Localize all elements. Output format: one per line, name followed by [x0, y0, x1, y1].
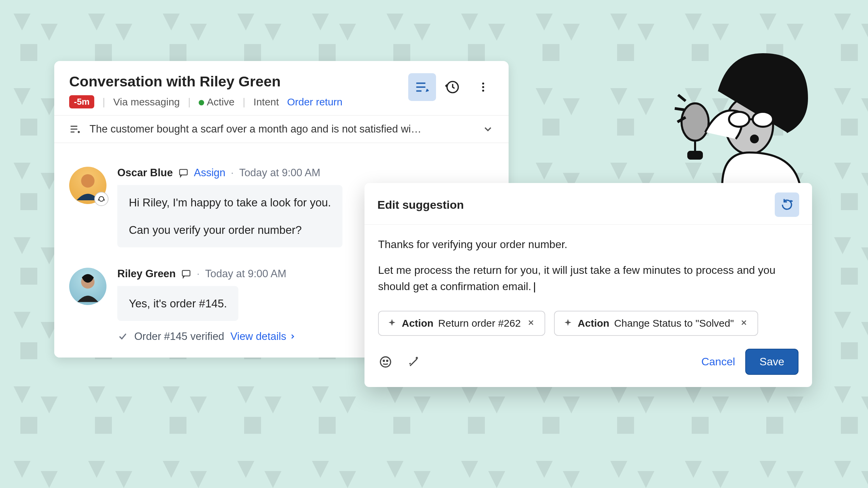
- message-timestamp: Today at 9:00 AM: [205, 268, 287, 280]
- action-pill-return-order[interactable]: Action Return order #262: [378, 311, 545, 336]
- svg-point-11: [682, 103, 709, 141]
- sparkle-icon: [387, 318, 397, 328]
- svg-point-19: [387, 360, 388, 361]
- status-indicator: Active: [199, 96, 235, 108]
- checkmark-icon: [117, 331, 128, 342]
- text-cursor: [534, 282, 535, 292]
- svg-point-15: [753, 112, 773, 127]
- svg-point-17: [380, 357, 391, 367]
- svg-point-2: [482, 86, 484, 88]
- sparkle-icon: [563, 318, 573, 328]
- emoji-picker-icon[interactable]: [378, 354, 393, 369]
- channel-messaging-icon: [178, 168, 189, 178]
- illustration-thinking-person: [617, 44, 837, 186]
- message-bubble: Yes, it's order #145.: [117, 286, 238, 321]
- save-button[interactable]: Save: [745, 349, 798, 375]
- svg-point-18: [383, 360, 384, 361]
- message-bubble: Hi Riley, I'm happy to take a look for y…: [117, 185, 342, 247]
- svg-rect-13: [688, 152, 702, 159]
- list-sparkle-icon: [69, 123, 81, 135]
- svg-point-6: [99, 197, 104, 201]
- svg-rect-9: [182, 270, 190, 276]
- cancel-button[interactable]: Cancel: [701, 355, 735, 368]
- avatar-customer: [69, 268, 106, 305]
- intent-label: Intent: [254, 96, 279, 108]
- history-icon[interactable]: [439, 73, 467, 101]
- svg-rect-7: [179, 169, 187, 175]
- edit-suggestion-panel: Edit suggestion Thanks for verifying you…: [364, 183, 812, 387]
- edit-panel-title: Edit suggestion: [377, 198, 464, 211]
- svg-point-5: [81, 174, 95, 188]
- chevron-down-icon: [482, 123, 494, 135]
- more-menu-icon[interactable]: [469, 73, 497, 101]
- action-pill-change-status[interactable]: Action Change Status to "Solved": [554, 311, 758, 336]
- channel-label: Via messaging: [113, 96, 180, 108]
- remove-action-icon[interactable]: [738, 318, 749, 329]
- regenerate-icon: [780, 198, 794, 211]
- channel-messaging-icon: [181, 269, 191, 279]
- magic-wand-icon[interactable]: [407, 354, 421, 369]
- summary-text: The customer bought a scarf over a month…: [90, 123, 473, 135]
- conversation-header: Conversation with Riley Green -5m | Via …: [54, 61, 509, 115]
- avatar-agent: [69, 167, 106, 204]
- svg-point-3: [482, 90, 484, 92]
- assign-link[interactable]: Assign: [194, 167, 225, 179]
- time-badge: -5m: [69, 95, 94, 108]
- view-details-link[interactable]: View details: [230, 330, 296, 343]
- svg-point-1: [482, 83, 484, 85]
- svg-point-16: [751, 136, 758, 142]
- svg-point-14: [729, 112, 749, 127]
- svg-point-4: [78, 131, 79, 133]
- remove-action-icon[interactable]: [526, 318, 536, 329]
- message-sender-name: Oscar Blue: [117, 167, 173, 179]
- verification-text: Order #145 verified: [134, 330, 224, 343]
- message-sender-name: Riley Green: [117, 268, 176, 280]
- edit-text-area[interactable]: Thanks for verifying your order number. …: [364, 225, 812, 311]
- message-timestamp: Today at 9:00 AM: [239, 167, 320, 179]
- summary-bar[interactable]: The customer bought a scarf over a month…: [54, 115, 509, 143]
- summary-toggle-icon[interactable]: [408, 73, 436, 101]
- agent-badge-icon: [94, 192, 108, 206]
- regenerate-button[interactable]: [775, 192, 799, 217]
- intent-value-link[interactable]: Order return: [287, 96, 342, 108]
- chevron-right-icon: [289, 333, 296, 340]
